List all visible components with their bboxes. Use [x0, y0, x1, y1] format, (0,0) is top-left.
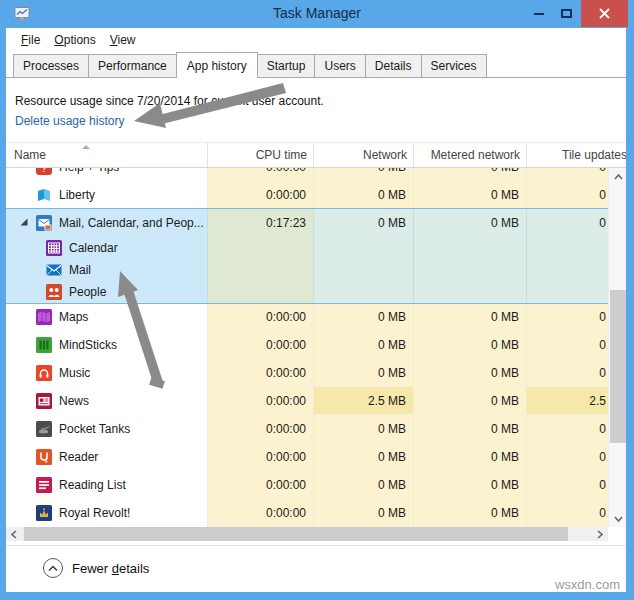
- app-name-cell: Pocket Tanks: [6, 415, 207, 443]
- minimize-button[interactable]: [524, 0, 553, 27]
- value-cell: 0 MB: [313, 331, 413, 359]
- value-cell: [413, 281, 526, 303]
- app-name-label: Music: [59, 366, 90, 380]
- value-cell: 0 MB: [313, 181, 413, 209]
- app-row[interactable]: Reading List0:00:000 MB0 MB0: [6, 471, 608, 499]
- task-manager-window: Task Manager File Options View Processes…: [0, 0, 634, 600]
- value-cell: 0 MB: [413, 471, 526, 499]
- column-network[interactable]: Network: [313, 143, 413, 167]
- value-cell: [526, 259, 608, 281]
- value-cell: 0 MB: [413, 181, 526, 209]
- app-name-cell: Reader: [6, 443, 207, 471]
- close-button[interactable]: [581, 0, 628, 27]
- app-name-label: Reader: [59, 450, 98, 464]
- value-cell: 0:00:00: [207, 499, 313, 527]
- tab-services[interactable]: Services: [421, 54, 487, 77]
- value-cell: [526, 237, 608, 259]
- value-cell: 0: [526, 331, 608, 359]
- value-cell: 0:00:00: [207, 415, 313, 443]
- value-cell: 0 MB: [313, 303, 413, 331]
- scroll-down-button[interactable]: [609, 510, 627, 527]
- app-subrow[interactable]: Calendar: [6, 237, 608, 259]
- task-manager-icon: [14, 6, 30, 22]
- value-cell: [207, 281, 313, 303]
- column-metered-network[interactable]: Metered network: [413, 143, 526, 167]
- app-name-cell: News: [6, 387, 207, 415]
- royalrevolt-icon: [36, 505, 52, 521]
- app-name-label: Maps: [59, 310, 88, 324]
- app-row[interactable]: MindSticks0:00:000 MB0 MB0: [6, 331, 608, 359]
- value-cell: 2.5: [526, 387, 608, 415]
- app-row[interactable]: Maps0:00:000 MB0 MB0: [6, 303, 608, 331]
- value-cell: [313, 259, 413, 281]
- app-name-label: Royal Revolt!: [59, 506, 130, 520]
- value-cell: [313, 237, 413, 259]
- menu-view[interactable]: View: [103, 30, 143, 50]
- app-row[interactable]: Mail, Calendar, and Peop...0:17:230 MB0 …: [6, 209, 608, 237]
- value-cell: 0:00:00: [207, 471, 313, 499]
- fewer-details-label[interactable]: Fewer details: [72, 561, 149, 576]
- column-name[interactable]: Name: [6, 143, 207, 167]
- app-name-cell: Music: [6, 359, 207, 387]
- maximize-button[interactable]: [553, 0, 580, 27]
- app-row[interactable]: Royal Revolt!0:00:000 MB0 MB0: [6, 499, 608, 527]
- mail-icon: [46, 262, 62, 278]
- app-row[interactable]: ?Help + Tips0:00:000 MB0 MB0: [6, 168, 608, 181]
- tab-details[interactable]: Details: [365, 54, 422, 77]
- delete-usage-history-link[interactable]: Delete usage history: [15, 114, 124, 128]
- horizontal-scrollbar[interactable]: [6, 527, 608, 541]
- column-tile-updates[interactable]: Tile updates: [526, 143, 626, 167]
- app-row[interactable]: Reader0:00:000 MB0 MB0: [6, 443, 608, 471]
- app-name-cell: People: [6, 281, 207, 303]
- app-name-cell: Maps: [6, 303, 207, 331]
- maximize-icon: [561, 9, 572, 18]
- column-header-row: Name CPU time Network Metered network Ti…: [6, 142, 626, 168]
- app-name-cell: ?Help + Tips: [6, 168, 207, 181]
- value-cell: 0: [526, 471, 608, 499]
- tab-processes[interactable]: Processes: [13, 54, 89, 77]
- close-icon: [599, 8, 610, 19]
- app-list-inner: ?Help + Tips0:00:000 MB0 MB0Liberty0:00:…: [6, 168, 608, 527]
- scroll-right-button[interactable]: [592, 527, 608, 541]
- info-bar: Resource usage since 7/20/2014 for curre…: [15, 94, 324, 128]
- value-cell: 0 MB: [413, 209, 526, 237]
- value-cell: 0: [526, 443, 608, 471]
- tab-performance[interactable]: Performance: [88, 54, 177, 77]
- scroll-left-button[interactable]: [6, 527, 22, 541]
- value-cell: 0 MB: [413, 359, 526, 387]
- app-subrow[interactable]: Mail: [6, 259, 608, 281]
- helptips-icon: ?: [36, 168, 52, 175]
- value-cell: [313, 281, 413, 303]
- value-cell: 0 MB: [413, 168, 526, 181]
- app-row[interactable]: News0:00:002.5 MB0 MB2.5: [6, 387, 608, 415]
- value-cell: 0:00:00: [207, 181, 313, 209]
- vertical-scroll-thumb[interactable]: [610, 290, 626, 443]
- tab-app-history[interactable]: App history: [176, 52, 258, 78]
- tab-startup[interactable]: Startup: [257, 54, 316, 77]
- scroll-up-button[interactable]: [609, 168, 627, 185]
- fewer-details-button[interactable]: [43, 558, 63, 578]
- app-row[interactable]: Liberty0:00:000 MB0 MB0: [6, 181, 608, 209]
- pockettanks-icon: [36, 421, 52, 437]
- resource-usage-text: Resource usage since 7/20/2014 for curre…: [15, 94, 324, 108]
- tab-users[interactable]: Users: [314, 54, 365, 77]
- collapse-arrow-icon[interactable]: [17, 215, 31, 229]
- menu-file[interactable]: File: [14, 30, 47, 50]
- value-cell: 0 MB: [313, 471, 413, 499]
- app-subrow[interactable]: People: [6, 281, 608, 303]
- app-row[interactable]: Music0:00:000 MB0 MB0: [6, 359, 608, 387]
- app-name-cell: MindSticks: [6, 331, 207, 359]
- sort-ascending-icon: [82, 145, 90, 149]
- window-body: File Options View Processes Performance …: [6, 28, 626, 592]
- readinglist-icon: [36, 477, 52, 493]
- value-cell: 0:00:00: [207, 443, 313, 471]
- value-cell: 0: [526, 181, 608, 209]
- selected-app-group[interactable]: Mail, Calendar, and Peop...0:17:230 MB0 …: [6, 209, 608, 303]
- menu-options[interactable]: Options: [47, 30, 102, 50]
- app-row[interactable]: Pocket Tanks0:00:000 MB0 MB0: [6, 415, 608, 443]
- vertical-scrollbar[interactable]: [608, 168, 626, 527]
- music-icon: [36, 365, 52, 381]
- app-name-cell: Mail, Calendar, and Peop...: [6, 209, 207, 237]
- column-cpu-time[interactable]: CPU time: [207, 143, 313, 167]
- horizontal-scroll-thumb[interactable]: [24, 527, 568, 541]
